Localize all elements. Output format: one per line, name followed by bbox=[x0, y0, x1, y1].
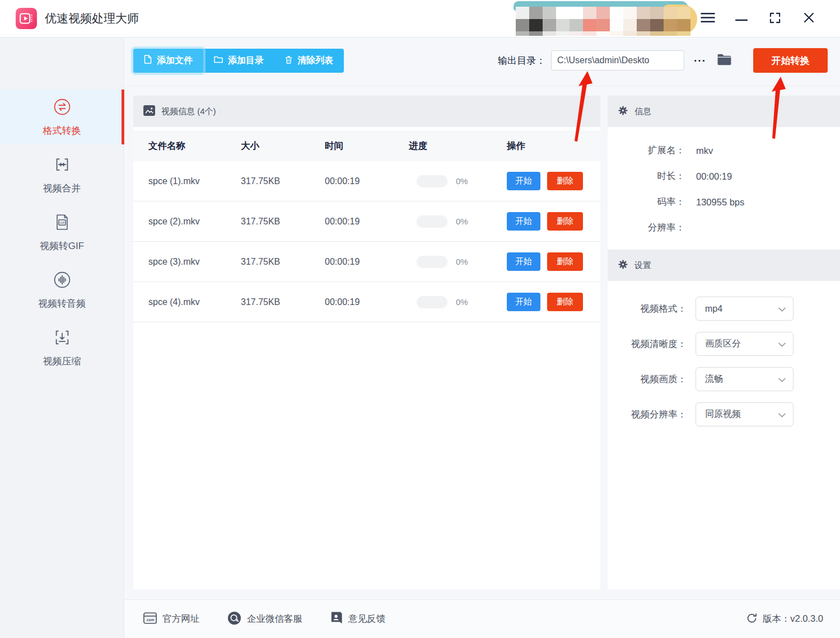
sidebar-item-video-to-gif[interactable]: GIF 视频转GIF bbox=[0, 205, 124, 260]
info-label: 时长： bbox=[608, 170, 685, 182]
version-info: 版本：v2.0.3.0 bbox=[746, 612, 823, 626]
info-value: mkv bbox=[696, 146, 713, 156]
row-delete-button[interactable]: 删除 bbox=[547, 212, 583, 231]
sidebar-item-format-convert[interactable]: 格式转换 bbox=[0, 90, 124, 144]
app-logo-icon bbox=[16, 8, 37, 29]
footer: .com 官方网址 企业微信客服 意见反馈 版本：v2.0.3.0 bbox=[125, 599, 840, 638]
table-row: spce (1).mkv 317.75KB 00:00:19 0% 开始 删除 bbox=[133, 161, 600, 201]
progress-percent: 0% bbox=[456, 176, 468, 186]
file-duration: 00:00:19 bbox=[325, 217, 409, 227]
video-quality-select[interactable]: 流畅 bbox=[696, 367, 794, 391]
file-action-button-group: 添加文件 添加目录 清除列表 bbox=[133, 49, 344, 73]
feedback-link[interactable]: 意见反馈 bbox=[330, 611, 385, 627]
open-folder-button[interactable] bbox=[717, 53, 732, 68]
setting-label: 视频格式： bbox=[608, 303, 687, 315]
toolbar-divider bbox=[125, 86, 840, 86]
feedback-icon bbox=[330, 611, 343, 627]
output-directory-group: 输出目录： ··· 开始转换 bbox=[498, 48, 828, 73]
official-website-link[interactable]: .com 官方网址 bbox=[143, 612, 199, 626]
progress-percent: 0% bbox=[456, 257, 468, 266]
info-value: 130955 bps bbox=[696, 197, 744, 208]
official-website-label: 官方网址 bbox=[162, 613, 199, 625]
row-start-button[interactable]: 开始 bbox=[507, 172, 540, 190]
info-fields: 扩展名：mkv 时长：00:00:19 码率：130955 bps 分辨率： bbox=[608, 127, 840, 250]
hamburger-icon bbox=[701, 12, 715, 25]
row-start-button[interactable]: 开始 bbox=[507, 252, 540, 271]
wechat-support-link[interactable]: 企业微信客服 bbox=[227, 611, 302, 627]
file-duration: 00:00:19 bbox=[325, 176, 409, 186]
sidebar-item-label: 视频合并 bbox=[43, 182, 81, 195]
add-file-button[interactable]: 添加文件 bbox=[133, 49, 203, 73]
video-clarity-select[interactable]: 画质区分 bbox=[696, 332, 794, 356]
row-delete-button[interactable]: 删除 bbox=[547, 252, 583, 271]
table-row: spce (2).mkv 317.75KB 00:00:19 0% 开始 删除 bbox=[133, 201, 600, 242]
video-list-panel: 视频信息 (4个) 文件名称 大小 时间 进度 操作 spce (1).mkv … bbox=[133, 96, 600, 589]
file-name: spce (3).mkv bbox=[148, 253, 200, 270]
row-start-button[interactable]: 开始 bbox=[507, 212, 540, 231]
minimize-icon bbox=[735, 15, 748, 23]
video-resolution-select[interactable]: 同原视频 bbox=[696, 402, 794, 426]
settings-fields: 视频格式： mp4 视频清晰度： 画质区分 视频画质： 流畅 bbox=[608, 281, 840, 426]
wechat-support-icon bbox=[227, 611, 241, 627]
maximize-icon bbox=[769, 12, 781, 25]
minimize-button[interactable] bbox=[725, 6, 758, 31]
table-row: spce (4).mkv 317.75KB 00:00:19 0% 开始 删除 bbox=[133, 282, 600, 322]
app-title: 优速视频处理大师 bbox=[45, 11, 139, 26]
video-list-title: 视频信息 (4个) bbox=[161, 106, 216, 117]
file-icon bbox=[144, 55, 152, 66]
format-convert-icon bbox=[53, 97, 72, 119]
sidebar-item-video-to-audio[interactable]: 视频转音频 bbox=[0, 262, 124, 317]
setting-label: 视频分辨率： bbox=[608, 409, 687, 421]
video-format-select[interactable]: mp4 bbox=[696, 297, 794, 321]
sidebar: 格式转换 视频合并 GIF 视频转GIF 视频转音频 bbox=[0, 37, 124, 638]
clear-list-label: 清除列表 bbox=[297, 55, 333, 67]
sidebar-item-video-merge[interactable]: 视频合并 bbox=[0, 147, 124, 202]
row-delete-button[interactable]: 删除 bbox=[547, 293, 583, 311]
sidebar-item-label: 视频压缩 bbox=[43, 355, 81, 368]
file-size: 317.75KB bbox=[241, 297, 325, 307]
settings-panel-header: 设置 bbox=[608, 250, 840, 281]
titlebar: 优速视频处理大师 bbox=[0, 0, 840, 37]
table-header-row: 文件名称 大小 时间 进度 操作 bbox=[133, 130, 600, 161]
trash-icon bbox=[285, 55, 292, 66]
chevron-down-icon bbox=[778, 410, 786, 420]
maximize-button[interactable] bbox=[758, 6, 792, 31]
refresh-icon[interactable] bbox=[746, 612, 758, 626]
svg-text:GIF: GIF bbox=[59, 221, 65, 224]
version-label: 版本：v2.0.3.0 bbox=[763, 613, 823, 625]
output-directory-input[interactable] bbox=[551, 50, 684, 71]
redacted-region bbox=[507, 0, 693, 36]
file-name: spce (1).mkv bbox=[148, 172, 200, 190]
row-start-button[interactable]: 开始 bbox=[507, 293, 540, 311]
close-button[interactable] bbox=[792, 6, 825, 31]
row-delete-button[interactable]: 删除 bbox=[547, 172, 583, 190]
sidebar-item-label: 视频转音频 bbox=[38, 297, 86, 310]
info-panel-header: 信息 bbox=[608, 96, 840, 127]
video-merge-icon bbox=[53, 155, 72, 177]
sidebar-item-label: 视频转GIF bbox=[40, 240, 84, 252]
chevron-down-icon bbox=[778, 374, 786, 384]
browse-more-button[interactable]: ··· bbox=[690, 55, 710, 67]
sidebar-item-video-compress[interactable]: 视频压缩 bbox=[0, 320, 124, 375]
folder-filled-icon bbox=[717, 53, 732, 68]
svg-text:.com: .com bbox=[146, 618, 154, 622]
select-value: mp4 bbox=[705, 304, 722, 314]
output-directory-label: 输出目录： bbox=[498, 54, 545, 67]
start-convert-button[interactable]: 开始转换 bbox=[753, 48, 828, 73]
progress-bar bbox=[417, 175, 447, 187]
settings-panel-title: 设置 bbox=[634, 260, 651, 271]
column-header-size: 大小 bbox=[241, 140, 325, 152]
file-size: 317.75KB bbox=[241, 176, 325, 186]
chevron-down-icon bbox=[778, 304, 786, 314]
main-content: 添加文件 添加目录 清除列表 输出目录： ··· bbox=[125, 37, 840, 638]
add-directory-button[interactable]: 添加目录 bbox=[203, 49, 274, 73]
close-icon bbox=[804, 12, 814, 25]
file-name: spce (2).mkv bbox=[148, 213, 200, 230]
picture-icon bbox=[143, 105, 155, 118]
setting-label: 视频清晰度： bbox=[608, 338, 687, 350]
website-icon: .com bbox=[143, 612, 157, 626]
info-panel-title: 信息 bbox=[634, 106, 651, 117]
gear-icon bbox=[618, 259, 628, 271]
redaction-mosaic bbox=[516, 7, 690, 36]
clear-list-button[interactable]: 清除列表 bbox=[274, 49, 344, 73]
